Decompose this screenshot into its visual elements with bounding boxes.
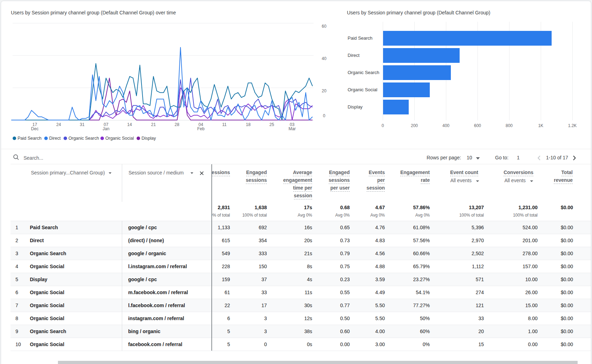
- svg-text:Organic Search: Organic Search: [68, 136, 99, 141]
- svg-text:Direct: Direct: [348, 53, 360, 58]
- svg-text:0: 0: [382, 123, 384, 128]
- svg-text:200: 200: [411, 123, 418, 128]
- svg-text:Jan: Jan: [103, 126, 109, 131]
- svg-text:14: 14: [127, 122, 132, 127]
- svg-text:Dec: Dec: [31, 126, 38, 131]
- svg-text:Display: Display: [348, 104, 363, 110]
- svg-text:28: 28: [175, 122, 179, 127]
- svg-text:Mar: Mar: [289, 126, 296, 131]
- svg-text:11: 11: [222, 122, 227, 127]
- svg-text:Paid Search: Paid Search: [18, 136, 41, 141]
- svg-text:Paid Search: Paid Search: [348, 35, 373, 41]
- svg-text:24: 24: [56, 122, 61, 127]
- svg-text:600: 600: [474, 123, 481, 128]
- svg-text:21: 21: [151, 122, 156, 127]
- svg-text:800: 800: [506, 123, 513, 128]
- svg-text:Display: Display: [142, 136, 156, 141]
- svg-text:Direct: Direct: [49, 136, 61, 141]
- svg-text:40: 40: [322, 56, 327, 61]
- svg-text:Organic Social: Organic Social: [105, 136, 134, 141]
- svg-text:Feb: Feb: [197, 126, 205, 131]
- svg-text:1.2K: 1.2K: [568, 123, 577, 128]
- svg-text:18: 18: [246, 122, 251, 127]
- svg-text:Organic Search: Organic Search: [348, 70, 379, 75]
- svg-text:1K: 1K: [538, 123, 544, 128]
- svg-text:Organic Social: Organic Social: [348, 87, 377, 92]
- svg-text:400: 400: [442, 123, 449, 128]
- svg-text:20: 20: [322, 88, 327, 93]
- svg-text:0: 0: [323, 113, 325, 118]
- svg-text:60: 60: [322, 24, 327, 29]
- svg-text:31: 31: [80, 122, 85, 127]
- svg-text:25: 25: [269, 122, 274, 127]
